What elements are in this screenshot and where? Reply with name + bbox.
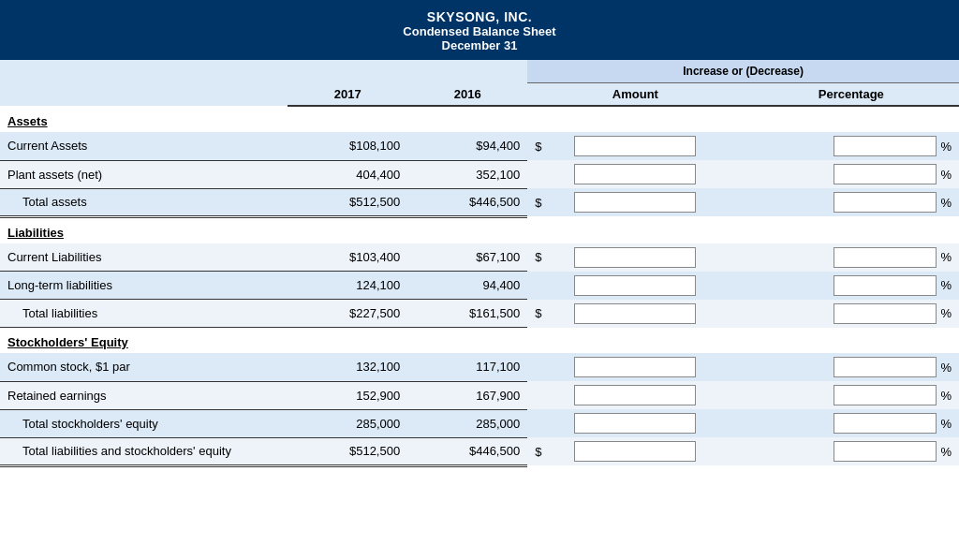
amount-cell: $ <box>527 132 743 160</box>
amount-input[interactable] <box>574 164 696 184</box>
amount-header: Amount <box>527 83 743 107</box>
table-row: Current Assets $108,100 $94,400 $ % <box>0 132 959 160</box>
value-2016: $446,500 <box>407 188 527 216</box>
value-2017: $512,500 <box>288 188 407 216</box>
percent-symbol: % <box>940 196 952 210</box>
amount-cell <box>527 160 743 188</box>
dollar-prefix: $ <box>535 196 541 210</box>
value-2016: 167,900 <box>407 381 527 409</box>
percent-symbol: % <box>940 445 952 459</box>
amount-input[interactable] <box>574 275 696 296</box>
row-label: Total stockholders' equity <box>0 409 288 437</box>
value-2017: $103,400 <box>288 243 407 272</box>
dollar-prefix: $ <box>535 306 541 320</box>
section-title-1: Liabilities <box>0 216 407 243</box>
section-title-2: Stockholders' Equity <box>0 328 407 354</box>
table-row: Total liabilities and stockholders' equi… <box>0 437 959 465</box>
amount-input[interactable] <box>574 357 696 377</box>
percentage-cell: % <box>744 272 959 300</box>
value-2016: 285,000 <box>407 409 527 437</box>
amount-input[interactable] <box>574 247 696 268</box>
value-2017: 124,100 <box>288 272 407 300</box>
value-2016: 352,100 <box>407 160 527 188</box>
percentage-cell: % <box>744 409 959 437</box>
percentage-input[interactable] <box>834 247 937 268</box>
percentage-input[interactable] <box>834 413 937 434</box>
percentage-input[interactable] <box>834 275 937 296</box>
percentage-input[interactable] <box>834 164 937 184</box>
header: SKYSONG, INC. Condensed Balance Sheet De… <box>0 0 959 60</box>
table-row: Total assets $512,500 $446,500 $ % <box>0 188 959 216</box>
percent-symbol: % <box>940 168 952 182</box>
row-label: Long-term liabilities <box>0 272 288 300</box>
row-label: Common stock, $1 par <box>0 353 288 381</box>
section-header-1: Liabilities <box>0 216 959 243</box>
row-label: Total liabilities <box>0 300 288 328</box>
value-2017: $227,500 <box>288 300 407 328</box>
report-subtitle: Condensed Balance Sheet <box>0 24 959 38</box>
table-row: Retained earnings 152,900 167,900 % <box>0 381 959 409</box>
percent-symbol: % <box>940 306 952 320</box>
row-label: Current Liabilities <box>0 243 288 272</box>
value-2017: 404,400 <box>288 160 407 188</box>
amount-input[interactable] <box>574 413 696 434</box>
value-2016: 117,100 <box>407 353 527 381</box>
value-2016: $446,500 <box>407 437 527 465</box>
year2-header: 2016 <box>407 83 527 107</box>
table-row: Current Liabilities $103,400 $67,100 $ % <box>0 243 959 272</box>
value-2017: 152,900 <box>288 381 407 409</box>
balance-sheet-table: Increase or (Decrease) 2017 2016 Amount … <box>0 60 959 467</box>
row-label: Total liabilities and stockholders' equi… <box>0 437 288 465</box>
amount-cell <box>527 272 743 300</box>
value-2017: $512,500 <box>288 437 407 465</box>
company-name: SKYSONG, INC. <box>0 9 959 24</box>
value-2016: 94,400 <box>407 272 527 300</box>
section-header-2: Stockholders' Equity <box>0 328 959 354</box>
percent-symbol: % <box>940 278 952 292</box>
amount-input[interactable] <box>574 136 696 156</box>
row-label: Retained earnings <box>0 381 288 409</box>
table-row: Total stockholders' equity 285,000 285,0… <box>0 409 959 437</box>
percent-symbol: % <box>940 389 952 403</box>
table-row: Total liabilities $227,500 $161,500 $ % <box>0 300 959 328</box>
amount-input[interactable] <box>574 303 696 324</box>
percentage-cell: % <box>744 160 959 188</box>
percentage-cell: % <box>744 381 959 409</box>
percentage-input[interactable] <box>834 136 937 156</box>
amount-cell: $ <box>527 437 743 465</box>
value-2016: $67,100 <box>407 243 527 272</box>
percentage-input[interactable] <box>834 357 937 377</box>
percentage-header: Percentage <box>744 83 959 107</box>
value-2017: $108,100 <box>288 132 407 160</box>
amount-input[interactable] <box>574 192 696 213</box>
percentage-cell: % <box>744 300 959 328</box>
value-2016: $94,400 <box>407 132 527 160</box>
percentage-cell: % <box>744 132 959 160</box>
value-2017: 285,000 <box>288 409 407 437</box>
increase-decrease-header: Increase or (Decrease) <box>527 60 959 83</box>
amount-cell <box>527 353 743 381</box>
table-row: Common stock, $1 par 132,100 117,100 % <box>0 353 959 381</box>
percent-symbol: % <box>940 361 952 375</box>
amount-cell: $ <box>527 300 743 328</box>
value-2017: 132,100 <box>288 353 407 381</box>
dollar-prefix: $ <box>535 140 541 154</box>
percentage-input[interactable] <box>834 385 937 405</box>
percent-symbol: % <box>940 417 952 431</box>
amount-cell: $ <box>527 188 743 216</box>
percent-symbol: % <box>940 140 952 154</box>
percentage-input[interactable] <box>834 192 937 213</box>
value-2016: $161,500 <box>407 300 527 328</box>
percentage-cell: % <box>744 353 959 381</box>
percentage-input[interactable] <box>834 303 937 324</box>
section-header-0: Assets <box>0 106 959 132</box>
amount-input[interactable] <box>574 441 696 462</box>
percentage-cell: % <box>744 188 959 216</box>
amount-input[interactable] <box>574 385 696 405</box>
percentage-cell: % <box>744 243 959 272</box>
amount-cell <box>527 381 743 409</box>
row-label: Total assets <box>0 188 288 216</box>
percentage-input[interactable] <box>834 441 937 462</box>
group-header-row: Increase or (Decrease) <box>0 60 959 83</box>
percent-symbol: % <box>940 250 952 264</box>
